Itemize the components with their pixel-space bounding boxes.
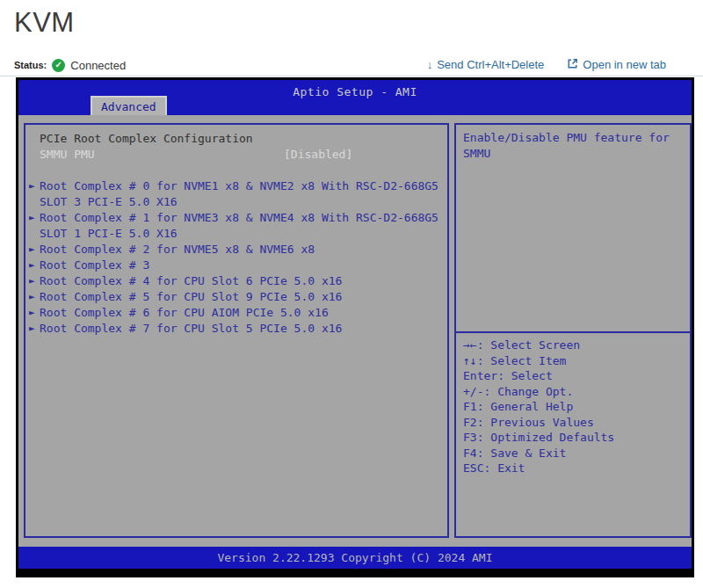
option-value[interactable]: [Disabled] (284, 147, 352, 163)
help-panel: Enable/Disable PMU feature for SMMU →←: … (454, 123, 692, 538)
open-in-new-tab-label: Open in new tab (583, 58, 666, 71)
status-label: Status: (14, 60, 47, 70)
divider (0, 76, 703, 76)
menu-item-root-complex-0-line2[interactable]: SLOT 3 PCI-E 5.0 X16 (25, 194, 447, 210)
submenu-arrow-icon: ► (29, 273, 40, 289)
bios-body: PCIe Root Complex Configuration SMMU PMU… (18, 115, 692, 547)
help-f2-previous-values: F2: Previous Values (463, 415, 683, 431)
bios-header-bar: Aptio Setup - AMI Advanced (18, 80, 692, 115)
spacer (25, 163, 447, 178)
option-smmu-pmu[interactable]: SMMU PMU [Disabled] (25, 147, 447, 163)
submenu-arrow-icon: ► (29, 321, 40, 337)
submenu-arrow-icon: ► (29, 305, 40, 321)
submenu-arrow-icon: ► (29, 242, 40, 258)
submenu-arrow-icon: ► (29, 289, 40, 305)
option-description: Enable/Disable PMU feature for SMMU (456, 125, 690, 333)
help-f3-optimized-defaults: F3: Optimized Defaults (463, 430, 683, 446)
status-value: Connected (70, 59, 126, 72)
menu-item-root-complex-5[interactable]: ► Root Complex # 5 for CPU Slot 9 PCIe 5… (25, 289, 447, 305)
help-esc-exit: ESC: Exit (463, 461, 683, 476)
help-change-opt: +/-: Change Opt. (463, 384, 683, 400)
section-title: PCIe Root Complex Configuration (25, 131, 447, 147)
submenu-arrow-icon: ► (29, 210, 40, 226)
menu-item-root-complex-1[interactable]: ► Root Complex # 1 for NVME3 x8 & NVME4 … (25, 210, 447, 226)
help-f4-save-exit: F4: Save & Exit (463, 446, 683, 461)
header-actions: ↓ Send Ctrl+Alt+Delete Open in new tab (427, 58, 666, 71)
menu-item-root-complex-4[interactable]: ► Root Complex # 4 for CPU Slot 6 PCIe 5… (25, 273, 447, 289)
menu-item-root-complex-0[interactable]: ► Root Complex # 0 for NVME1 x8 & NVME2 … (25, 178, 447, 194)
menu-item-root-complex-3[interactable]: ► Root Complex # 3 (25, 258, 447, 273)
bios-version-bar: Version 2.22.1293 Copyright (C) 2024 AMI (18, 547, 692, 569)
open-in-new-tab-icon (567, 58, 578, 71)
send-ctrl-alt-delete-label: Send Ctrl+Alt+Delete (437, 58, 544, 71)
send-ctrl-alt-delete-button[interactable]: ↓ Send Ctrl+Alt+Delete (427, 58, 545, 71)
status-bar: Status: ✓ Connected (14, 55, 126, 75)
key-legend: →←: Select Screen ↑↓: Select Item Enter:… (456, 333, 690, 476)
page-title: KVM (14, 7, 75, 39)
open-in-new-tab-button[interactable]: Open in new tab (567, 58, 666, 71)
menu-item-root-complex-1-line2[interactable]: SLOT 1 PCI-E 5.0 X16 (25, 226, 447, 242)
help-select-item: ↑↓: Select Item (463, 353, 683, 369)
kvm-viewport[interactable]: Aptio Setup - AMI Advanced PCIe Root Com… (16, 77, 694, 577)
option-label: SMMU PMU (40, 148, 95, 161)
menu-item-root-complex-7[interactable]: ► Root Complex # 7 for CPU Slot 5 PCIe 5… (25, 321, 447, 337)
connected-check-icon: ✓ (52, 59, 65, 72)
options-panel: PCIe Root Complex Configuration SMMU PMU… (24, 123, 449, 538)
help-enter-select: Enter: Select (463, 368, 683, 384)
tab-advanced[interactable]: Advanced (91, 96, 167, 115)
submenu-arrow-icon: ► (29, 178, 40, 194)
submenu-arrow-icon: ► (29, 258, 40, 273)
down-arrow-icon: ↓ (427, 59, 433, 70)
menu-item-root-complex-6[interactable]: ► Root Complex # 6 for CPU AIOM PCIe 5.0… (25, 305, 447, 321)
help-select-screen: →←: Select Screen (463, 338, 683, 353)
menu-item-root-complex-2[interactable]: ► Root Complex # 2 for NVME5 x8 & NVME6 … (25, 242, 447, 258)
help-f1-general-help: F1: General Help (463, 399, 683, 415)
